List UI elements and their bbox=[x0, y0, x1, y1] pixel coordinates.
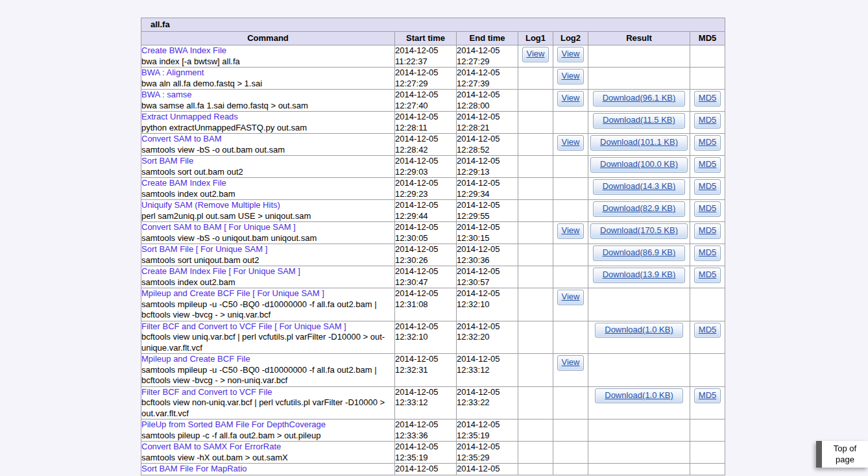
md5-cell: MD5 bbox=[690, 244, 725, 266]
start-time-cell: 2014-12-05 12:32:10 bbox=[395, 321, 457, 354]
end-time-cell: 2014-12-05 12:32:20 bbox=[457, 321, 518, 354]
table-row: Filter BCF and Convert to VCF File [ For… bbox=[141, 321, 725, 354]
download-result-button[interactable]: Download(14.3 KB) bbox=[593, 179, 686, 195]
log2-cell bbox=[553, 420, 588, 442]
log2-view-button[interactable]: View bbox=[557, 290, 585, 305]
md5-button[interactable]: MD5 bbox=[694, 245, 721, 261]
command-title-link[interactable]: Sort BAM File [ For Unique SAM ] bbox=[141, 244, 394, 255]
command-title-link[interactable]: BWA : Alignment bbox=[141, 68, 394, 79]
download-result-button[interactable]: Download(1.0 KB) bbox=[595, 323, 683, 338]
command-title-link[interactable]: Create BWA Index File bbox=[141, 45, 394, 56]
md5-button[interactable]: MD5 bbox=[694, 135, 721, 151]
command-text: samtools sort out.bam out2 bbox=[141, 167, 243, 177]
md5-button[interactable]: MD5 bbox=[694, 323, 721, 338]
log1-cell bbox=[518, 321, 553, 354]
download-result-button[interactable]: Download(13.9 KB) bbox=[593, 268, 686, 283]
md5-cell: MD5 bbox=[690, 266, 725, 288]
log1-cell bbox=[518, 288, 553, 321]
start-time-cell: 2014-12-05 12:30:05 bbox=[395, 222, 457, 244]
log1-cell bbox=[518, 464, 553, 475]
md5-button[interactable]: MD5 bbox=[694, 201, 721, 217]
download-result-button[interactable]: Download(11.5 KB) bbox=[593, 113, 685, 129]
command-title-link[interactable]: Create BAM Index File [ For Unique SAM ] bbox=[141, 266, 394, 277]
download-result-button[interactable]: Download(1.0 KB) bbox=[595, 388, 683, 404]
command-text: samtools index out2.bam bbox=[141, 189, 235, 199]
download-result-button[interactable]: Download(170.5 KB) bbox=[590, 223, 688, 239]
command-cell: Convert BAM to SAMX For ErrorRate samtoo… bbox=[141, 442, 395, 464]
command-cell: Mpileup and Create BCF File samtools mpi… bbox=[141, 354, 395, 387]
command-cell: Filter BCF and Convert to VCF File bcfto… bbox=[141, 386, 395, 420]
top-of-page-button[interactable]: Top of page bbox=[816, 441, 868, 468]
command-cell: BWA : samse bwa samse all.fa 1.sai demo.… bbox=[141, 90, 395, 112]
command-title-link[interactable]: BWA : samse bbox=[141, 90, 394, 101]
download-result-button[interactable]: Download(96.1 KB) bbox=[593, 91, 686, 106]
command-title-link[interactable]: Sort BAM File bbox=[141, 156, 394, 167]
command-text: bcftools view non-uniq.var.bcf | perl vc… bbox=[141, 397, 385, 418]
command-title-link[interactable]: Convert SAM to BAM bbox=[141, 134, 394, 145]
md5-button[interactable]: MD5 bbox=[694, 388, 721, 404]
command-title-link[interactable]: Filter BCF and Convert to VCF File bbox=[141, 387, 394, 398]
log1-cell bbox=[518, 68, 553, 90]
end-time-cell: 2014-12-05 12:30:36 bbox=[457, 244, 518, 266]
md5-cell bbox=[690, 288, 725, 321]
log2-view-button[interactable]: View bbox=[557, 47, 585, 62]
table-row: Convert SAM to BAM [ For Unique SAM ] sa… bbox=[141, 222, 725, 244]
command-cell: Extract Unmapped Reads python extractUnm… bbox=[141, 112, 395, 134]
start-time-cell: 2014-12-05 12:29:44 bbox=[395, 200, 457, 222]
end-time-cell: 2014-12-05 12:32:10 bbox=[457, 288, 518, 321]
command-title-link[interactable]: Mpileup and Create BCF File [ For Unique… bbox=[141, 288, 394, 299]
md5-cell: MD5 bbox=[690, 134, 725, 156]
log1-cell bbox=[518, 156, 553, 178]
command-title-link[interactable]: Uniquify SAM (Remove Multiple Hits) bbox=[141, 200, 394, 211]
log2-view-button[interactable]: View bbox=[557, 69, 585, 84]
table-row: BWA : Alignment bwa aln all.fa demo.fast… bbox=[141, 68, 725, 90]
result-cell: Download(96.1 KB) bbox=[588, 90, 690, 112]
end-time-cell: 2014-12-05 12:33:12 bbox=[457, 354, 518, 387]
log1-cell bbox=[518, 222, 553, 244]
command-title-link[interactable]: Create BAM Index File bbox=[141, 178, 394, 189]
top-of-page-handle bbox=[816, 441, 822, 468]
download-result-button[interactable]: Download(101.1 KB) bbox=[590, 135, 688, 151]
md5-button[interactable]: MD5 bbox=[694, 268, 721, 283]
result-cell: Download(1.0 KB) bbox=[588, 321, 690, 354]
command-title-link[interactable]: Mpileup and Create BCF File bbox=[141, 354, 394, 365]
table-caption: all.fa bbox=[141, 18, 725, 32]
md5-button[interactable]: MD5 bbox=[694, 223, 721, 239]
log1-cell: View bbox=[518, 45, 553, 68]
md5-button[interactable]: MD5 bbox=[694, 91, 721, 106]
log2-view-button[interactable]: View bbox=[557, 223, 585, 239]
log2-view-button[interactable]: View bbox=[557, 355, 585, 371]
md5-button[interactable]: MD5 bbox=[694, 113, 721, 129]
command-title-link[interactable]: Convert BAM to SAMX For ErrorRate bbox=[141, 442, 394, 453]
command-title-link[interactable]: Sort BAM File For MapRatio bbox=[141, 464, 394, 475]
command-cell: Sort BAM File [ For Unique SAM ] samtool… bbox=[141, 244, 395, 266]
command-title-link[interactable]: Extract Unmapped Reads bbox=[141, 112, 394, 123]
log2-cell bbox=[553, 112, 588, 134]
log2-cell bbox=[553, 321, 588, 354]
md5-button[interactable]: MD5 bbox=[694, 157, 721, 173]
download-result-button[interactable]: Download(86.9 KB) bbox=[593, 245, 686, 261]
log1-view-button[interactable]: View bbox=[522, 47, 549, 62]
result-cell bbox=[588, 45, 690, 68]
command-title-link[interactable]: Filter BCF and Convert to VCF File [ For… bbox=[141, 321, 394, 332]
result-cell: Download(100.0 KB) bbox=[588, 156, 690, 178]
download-result-button[interactable]: Download(82.9 KB) bbox=[593, 201, 686, 217]
md5-button[interactable]: MD5 bbox=[694, 179, 721, 195]
log2-view-button[interactable]: View bbox=[557, 135, 585, 151]
table-row: Sort BAM File [ For Unique SAM ] samtool… bbox=[141, 244, 725, 266]
command-text: samtools sort uniqout.bam out2 bbox=[141, 255, 259, 265]
log2-cell: View bbox=[553, 288, 588, 321]
log1-cell bbox=[518, 200, 553, 222]
download-result-button[interactable]: Download(100.0 KB) bbox=[590, 157, 688, 173]
end-time-cell: 2014-12-05 12:29:34 bbox=[457, 178, 518, 200]
result-cell: Download(1.0 KB) bbox=[588, 386, 690, 420]
log2-view-button[interactable]: View bbox=[557, 91, 585, 106]
command-title-link[interactable]: PileUp from Sorted BAM File For DepthCov… bbox=[141, 420, 394, 431]
result-cell bbox=[588, 442, 690, 464]
end-time-cell: 2014-12-05 12:28:52 bbox=[457, 134, 518, 156]
end-time-cell: 2014-12-05 12:30:15 bbox=[457, 222, 518, 244]
start-time-cell: 2014-12-05 12:32:31 bbox=[395, 354, 457, 387]
command-title-link[interactable]: Convert SAM to BAM [ For Unique SAM ] bbox=[141, 222, 394, 233]
md5-cell bbox=[690, 354, 725, 387]
table-row: Create BAM Index File [ For Unique SAM ]… bbox=[141, 266, 725, 288]
